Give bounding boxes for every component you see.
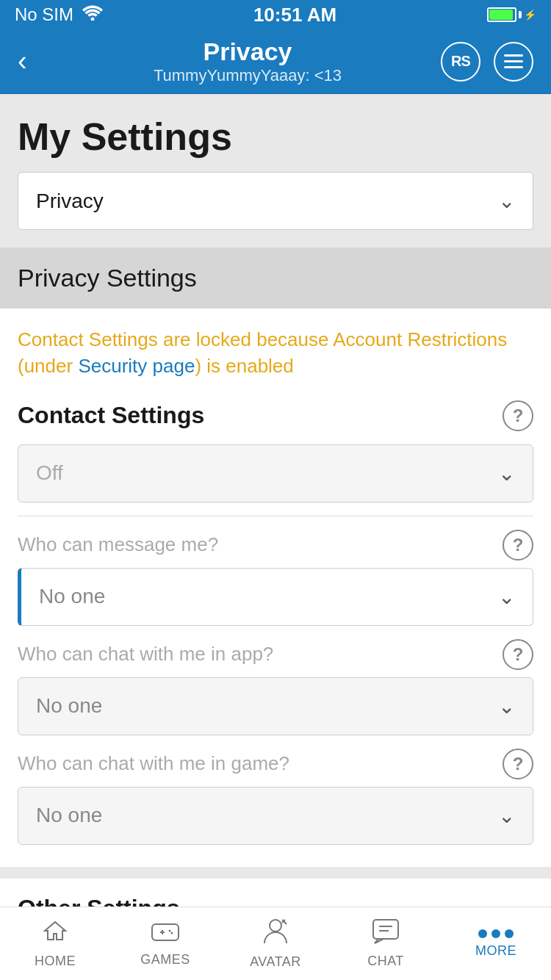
carrier-text: No SIM [15, 4, 73, 25]
chat-app-question-label: Who can chat with me in app? [18, 643, 273, 666]
svg-rect-12 [373, 920, 398, 939]
svg-point-0 [91, 18, 95, 21]
nav-item-more[interactable]: MORE [441, 907, 551, 980]
chat-app-setting-chevron: ⌄ [498, 694, 515, 718]
svg-point-8 [171, 932, 173, 934]
message-setting-value: No one [39, 585, 105, 608]
contact-settings-value: Off [36, 461, 63, 485]
nav-actions: RS [441, 42, 533, 82]
more-icon [478, 929, 514, 938]
nav-label-avatar: AVATAR [250, 954, 301, 970]
my-settings-section: My Settings [0, 94, 551, 172]
message-setting-chevron: ⌄ [498, 585, 515, 609]
robux-button[interactable]: RS [441, 42, 480, 82]
chat-game-question-row: Who can chat with me in game? ? [18, 749, 533, 779]
chat-app-question-row: Who can chat with me in app? ? [18, 639, 533, 670]
svg-rect-2 [504, 60, 523, 62]
nav-center: Privacy TummyYummyYaaay: <13 [154, 37, 342, 85]
contact-settings-chevron: ⌄ [498, 461, 515, 486]
games-icon [151, 920, 179, 948]
nav-item-home[interactable]: HOME [0, 907, 110, 980]
privacy-settings-title: Privacy Settings [18, 264, 197, 292]
chat-game-help-icon[interactable]: ? [503, 749, 533, 779]
nav-subtitle: TummyYummyYaaay: <13 [154, 66, 342, 85]
warning-text: Contact Settings are locked because Acco… [18, 326, 533, 380]
nav-label-more: MORE [475, 943, 516, 959]
svg-rect-3 [504, 66, 523, 68]
svg-rect-1 [504, 54, 523, 57]
wifi-icon [82, 4, 103, 25]
chat-game-setting-chevron: ⌄ [498, 804, 515, 828]
status-bar: No SIM 10:51 AM ⚡ [0, 0, 551, 29]
svg-point-7 [169, 930, 171, 932]
svg-point-9 [270, 920, 281, 932]
privacy-settings-header: Privacy Settings [0, 248, 551, 309]
time-display: 10:51 AM [253, 4, 336, 26]
home-icon [43, 919, 68, 950]
settings-dropdown-value: Privacy [36, 190, 104, 213]
chat-app-help-icon[interactable]: ? [503, 639, 533, 670]
message-question-row: Who can message me? ? [18, 530, 533, 561]
divider-1 [18, 516, 533, 516]
nav-item-avatar[interactable]: AVATAR [220, 907, 331, 980]
security-link[interactable]: Security page [78, 355, 195, 377]
nav-label-chat: CHAT [367, 954, 404, 969]
nav-bar: ‹ Privacy TummyYummyYaaay: <13 RS [0, 29, 551, 94]
my-settings-title: My Settings [18, 115, 533, 159]
content: My Settings Privacy ⌄ Privacy Settings C… [0, 94, 551, 929]
contact-settings-help-icon[interactable]: ? [503, 400, 533, 431]
contact-settings-dropdown[interactable]: Off ⌄ [18, 444, 533, 502]
nav-item-games[interactable]: GAMES [110, 907, 220, 980]
settings-category-dropdown[interactable]: Privacy ⌄ [18, 172, 533, 230]
nav-label-home: HOME [35, 954, 76, 969]
message-question-label: Who can message me? [18, 533, 218, 556]
nav-label-games: GAMES [140, 952, 190, 968]
chat-app-setting-value: No one [36, 694, 102, 718]
contact-settings-title: Contact Settings [18, 402, 204, 429]
settings-dropdown-chevron: ⌄ [498, 189, 515, 213]
menu-button[interactable] [494, 42, 533, 82]
chat-game-setting-dropdown[interactable]: No one ⌄ [18, 787, 533, 845]
nav-title: Privacy [154, 37, 342, 66]
message-help-icon[interactable]: ? [503, 530, 533, 561]
nav-item-chat[interactable]: CHAT [331, 907, 441, 980]
main-content: Contact Settings are locked because Acco… [0, 309, 551, 867]
chat-game-question-label: Who can chat with me in game? [18, 752, 289, 775]
settings-dropdown-wrapper: Privacy ⌄ [0, 172, 551, 248]
avatar-icon [263, 918, 288, 951]
message-setting-dropdown[interactable]: No one ⌄ [18, 568, 533, 626]
battery-indicator: ⚡ [487, 7, 536, 22]
chat-app-setting-dropdown[interactable]: No one ⌄ [18, 677, 533, 735]
bottom-nav: HOME GAMES AVATAR [0, 907, 551, 980]
chat-game-setting-value: No one [36, 804, 102, 827]
back-button[interactable]: ‹ [18, 46, 54, 77]
svg-rect-4 [152, 924, 179, 940]
warning-notice: Contact Settings are locked because Acco… [18, 326, 533, 380]
chat-icon [372, 919, 399, 950]
contact-settings-header: Contact Settings ? [18, 400, 533, 431]
